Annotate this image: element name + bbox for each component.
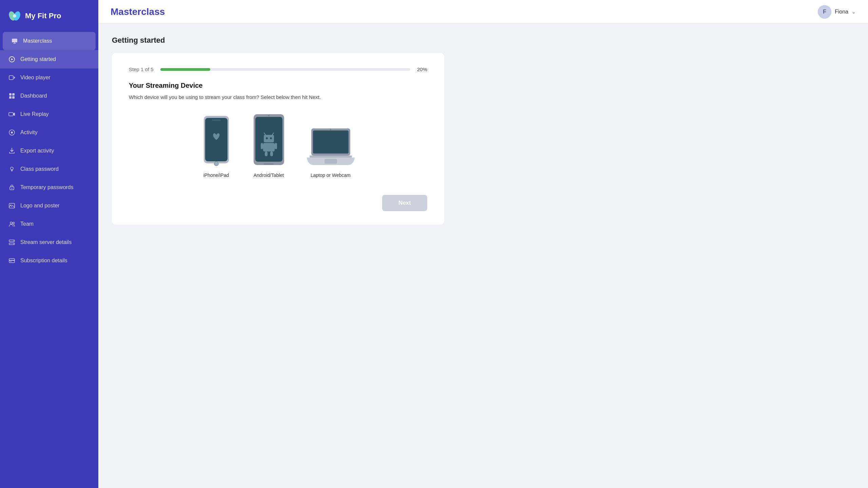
activity-icon xyxy=(8,129,16,136)
sidebar-item-video-player[interactable]: Video player xyxy=(0,68,98,87)
content-area: Getting started Step 1 of 5 20% Your Str… xyxy=(98,24,868,488)
svg-point-34 xyxy=(215,162,218,165)
svg-point-2 xyxy=(13,14,16,18)
sidebar-item-masterclass[interactable]: Masterclass xyxy=(3,32,96,50)
sidebar-item-subscription-details-label: Subscription details xyxy=(20,258,67,264)
sidebar-item-live-replay[interactable]: Live Replay xyxy=(0,105,98,123)
device-option-iphone[interactable]: iPhone/iPad xyxy=(201,115,232,178)
sidebar-item-dashboard-label: Dashboard xyxy=(20,93,47,99)
wizard-card: Step 1 of 5 20% Your Streaming Device Wh… xyxy=(112,53,444,225)
svg-rect-47 xyxy=(270,151,273,156)
svg-rect-3 xyxy=(12,39,17,42)
svg-rect-8 xyxy=(9,93,12,96)
wizard-footer: Next xyxy=(129,195,427,211)
sidebar-item-activity-label: Activity xyxy=(20,129,38,136)
device-label-iphone: iPhone/iPad xyxy=(203,172,229,178)
sidebar-item-class-password[interactable]: Class password xyxy=(0,160,98,178)
sidebar-item-subscription-details[interactable]: Subscription details xyxy=(0,251,98,270)
sidebar-item-getting-started[interactable]: Getting started xyxy=(0,50,98,68)
sidebar-item-getting-started-label: Getting started xyxy=(20,56,56,62)
svg-rect-48 xyxy=(264,163,274,165)
svg-rect-32 xyxy=(212,119,221,121)
chevron-down-icon: ⌄ xyxy=(852,9,856,15)
sidebar-item-logo-and-poster-label: Logo and poster xyxy=(20,203,60,209)
sidebar-item-class-password-label: Class password xyxy=(20,166,59,172)
logo-area: My Fit Pro xyxy=(0,0,98,32)
svg-rect-28 xyxy=(9,260,15,261)
device-description: Which device will you be using to stream… xyxy=(129,94,427,100)
svg-rect-6 xyxy=(9,76,13,80)
page-title-header: Masterclass xyxy=(111,6,165,17)
next-button[interactable]: Next xyxy=(382,195,427,211)
svg-point-15 xyxy=(11,131,13,134)
logo-and-poster-icon xyxy=(8,202,16,209)
svg-point-21 xyxy=(10,222,12,224)
video-player-icon xyxy=(8,74,16,81)
svg-point-20 xyxy=(11,205,12,206)
sidebar-item-video-player-label: Video player xyxy=(20,75,51,81)
sidebar-item-stream-server-details-label: Stream server details xyxy=(20,239,72,245)
svg-rect-46 xyxy=(265,151,268,156)
progress-bar-container xyxy=(160,68,410,71)
device-option-android[interactable]: Android/Tablet xyxy=(252,114,286,178)
device-title: Your Streaming Device xyxy=(129,82,427,89)
step-label: Step 1 of 5 xyxy=(129,66,154,72)
subscription-details-icon xyxy=(8,257,16,264)
svg-marker-7 xyxy=(14,76,15,79)
svg-rect-53 xyxy=(310,156,352,158)
device-option-laptop[interactable]: Laptop or Webcam xyxy=(306,127,355,178)
svg-point-42 xyxy=(270,137,272,139)
masterclass-icon xyxy=(11,37,18,45)
sidebar-item-temporary-passwords-label: Temporary passwords xyxy=(20,184,74,190)
sidebar-item-team[interactable]: Team xyxy=(0,215,98,233)
svg-rect-12 xyxy=(9,113,13,116)
topbar: Masterclass F Fiona ⌄ xyxy=(98,0,868,24)
svg-rect-52 xyxy=(314,132,347,152)
sidebar-item-masterclass-label: Masterclass xyxy=(23,38,52,44)
app-logo-icon xyxy=(8,9,21,22)
svg-rect-11 xyxy=(12,96,15,99)
sidebar-item-team-label: Team xyxy=(20,221,34,227)
sidebar-item-live-replay-label: Live Replay xyxy=(20,111,49,117)
laptop-webcam-illustration xyxy=(306,127,355,168)
user-area[interactable]: F Fiona ⌄ xyxy=(818,5,856,19)
svg-point-22 xyxy=(13,222,15,224)
class-password-icon xyxy=(8,165,16,173)
android-tablet-illustration xyxy=(252,114,286,168)
export-activity-icon xyxy=(8,147,16,155)
svg-rect-9 xyxy=(12,93,15,96)
svg-rect-44 xyxy=(261,143,263,149)
svg-rect-29 xyxy=(10,261,12,262)
svg-point-26 xyxy=(13,244,14,244)
sidebar-item-export-activity[interactable]: Export activity xyxy=(0,142,98,160)
svg-rect-10 xyxy=(9,96,12,99)
sidebar: My Fit Pro Masterclass Getting started V… xyxy=(0,0,98,488)
devices-row: iPhone/iPad xyxy=(129,114,427,178)
main-content: Masterclass F Fiona ⌄ Getting started St… xyxy=(98,0,868,488)
dashboard-icon xyxy=(8,92,16,100)
getting-started-icon xyxy=(8,56,16,63)
svg-rect-38 xyxy=(264,135,274,142)
svg-rect-45 xyxy=(275,143,277,149)
svg-rect-43 xyxy=(263,143,275,151)
progress-percent: 20% xyxy=(417,66,427,72)
step-header: Step 1 of 5 20% xyxy=(129,66,427,72)
sidebar-item-dashboard[interactable]: Dashboard xyxy=(0,87,98,105)
iphone-ipad-illustration xyxy=(201,115,232,168)
sidebar-item-activity[interactable]: Activity xyxy=(0,123,98,142)
progress-bar-fill xyxy=(160,68,210,71)
username: Fiona xyxy=(835,9,848,15)
svg-point-18 xyxy=(12,188,13,189)
stream-server-details-icon xyxy=(8,239,16,246)
sidebar-item-temporary-passwords[interactable]: Temporary passwords xyxy=(0,178,98,197)
temporary-passwords-icon xyxy=(8,184,16,191)
svg-point-37 xyxy=(268,115,270,117)
svg-point-16 xyxy=(11,167,13,170)
svg-point-41 xyxy=(266,137,268,139)
sidebar-item-logo-and-poster[interactable]: Logo and poster xyxy=(0,197,98,215)
sidebar-item-export-activity-label: Export activity xyxy=(20,148,54,154)
svg-marker-5 xyxy=(11,58,13,60)
sidebar-item-stream-server-details[interactable]: Stream server details xyxy=(0,233,98,251)
svg-point-51 xyxy=(330,129,331,130)
device-label-android: Android/Tablet xyxy=(254,172,284,178)
